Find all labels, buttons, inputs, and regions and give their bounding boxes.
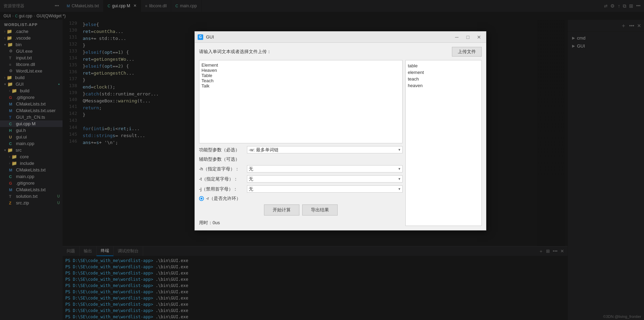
param-j-row: -j（禁用首字母）： 无 abcd [199,185,403,193]
param-j-select-wrapper: 无 abcd [247,185,403,193]
modal-body: 请输入单词文本或者选择文件上传： 上传文件 Element Heaven Tab… [195,43,486,230]
export-results-button[interactable]: 导出结果 [302,204,338,216]
param-j-label: -j（禁用首字母）： [199,186,244,192]
func-param-row: 功能型参数（必选） -w: 最多单词链 -n: 单词数 -c: 字符数 [199,146,403,153]
modal-title: GUI [206,34,450,40]
param-t-row: -t（指定尾字母）： 无 abcd [199,175,403,183]
modal-dialog: G GUI ─ □ ✕ 请输入单词文本或者选择文件上传： 上传文件 Elemen… [195,31,486,230]
result-item-heaven: heaven [408,82,479,89]
param-h-select-wrapper: 无 abcd [247,165,403,172]
result-item-element: element [408,69,479,76]
param-h-label: -h（指定首字母）： [199,166,244,172]
results-panel: table element teach heaven [405,60,482,226]
time-label: 用时：0us [199,220,403,226]
upload-file-button[interactable]: 上传文件 [452,47,482,57]
param-t-select-wrapper: 无 abcd [247,175,403,183]
modal-minimize-button[interactable]: ─ [453,33,461,41]
param-h-row: -h（指定首字母）： 无 abcd [199,165,403,172]
result-item-table: table [408,62,479,69]
modal-overlay: G GUI ─ □ ✕ 请输入单词文本或者选择文件上传： 上传文件 Elemen… [0,0,644,320]
watermark: ©3DN @living_frontier [603,314,641,319]
result-item-teach: teach [408,76,479,82]
param-r-label: -r（是否允许环） [206,195,241,202]
opt-param-label: 辅助型参数（可选） [199,156,240,162]
param-r-radio[interactable] [199,196,204,201]
param-r-row: -r（是否允许环） [199,195,403,202]
action-buttons-row: 开始计算 导出结果 [199,204,403,216]
opt-param-label-row: 辅助型参数（可选） [199,156,403,162]
input-row: 请输入单词文本或者选择文件上传： 上传文件 [199,47,482,57]
main-content-row: Element Heaven Table Teach Talk 功能型参数（必选… [199,60,482,226]
modal-close-button[interactable]: ✕ [475,33,483,41]
param-t-select[interactable]: 无 abcd [247,175,403,183]
modal-titlebar: G GUI ─ □ ✕ [195,32,486,43]
func-param-select-wrapper: -w: 最多单词链 -n: 单词数 -c: 字符数 [247,146,403,153]
param-j-select[interactable]: 无 abcd [247,185,403,193]
func-param-select[interactable]: -w: 最多单词链 -n: 单词数 -c: 字符数 [247,146,403,153]
modal-app-icon: G [198,34,203,40]
input-label: 请输入单词文本或者选择文件上传： [199,49,271,55]
func-param-label: 功能型参数（必选） [199,147,244,153]
start-calc-button[interactable]: 开始计算 [264,204,299,216]
modal-maximize-button[interactable]: □ [464,33,472,41]
modal-left-panel: Element Heaven Table Teach Talk 功能型参数（必选… [199,60,403,226]
param-h-select[interactable]: 无 abcd [247,165,403,172]
param-t-label: -t（指定尾字母）： [199,176,244,182]
word-input-textarea[interactable]: Element Heaven Table Teach Talk [199,60,403,143]
